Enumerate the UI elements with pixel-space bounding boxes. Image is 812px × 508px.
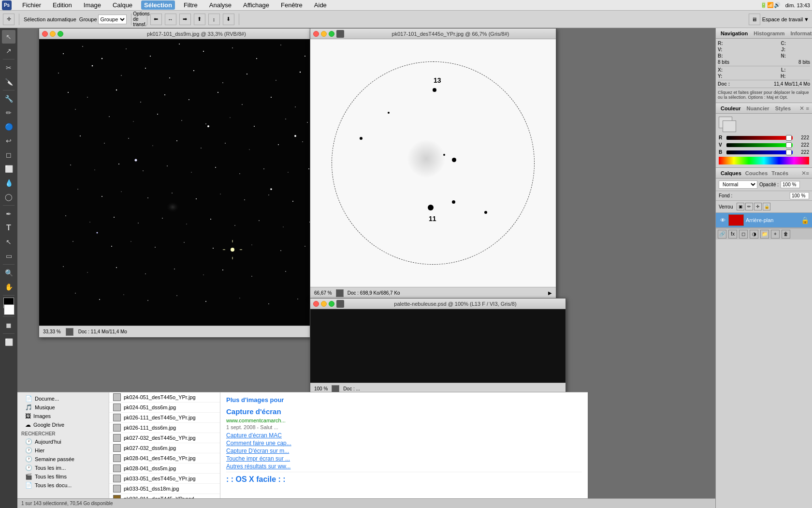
background-swatch[interactable]	[723, 120, 736, 132]
layers-panel-menu[interactable]: ≡	[806, 170, 809, 176]
slider-v-thumb[interactable]	[786, 142, 792, 148]
capture-title[interactable]: Capture d'écran	[226, 407, 582, 416]
max-btn-chart[interactable]	[329, 31, 334, 37]
align-top-btn[interactable]: ⬆	[194, 14, 205, 25]
dss-canvas[interactable]	[39, 39, 331, 326]
zoom-tool[interactable]: 🔍	[2, 266, 15, 280]
finder-item-today[interactable]: 🕐 Aujourd'hui	[17, 437, 109, 446]
finder-item-music[interactable]: 🎵 Musique	[17, 403, 109, 412]
align-bottom-btn[interactable]: ⬇	[223, 14, 234, 25]
workspace-select[interactable]: Espace de travail ▼	[762, 16, 809, 22]
dodge-tool[interactable]: ◯	[2, 190, 15, 204]
slider-b-track[interactable]	[726, 150, 793, 154]
layers-panel-close[interactable]: ✕	[801, 170, 806, 177]
type-tool[interactable]: T	[2, 221, 15, 235]
crop-tool[interactable]: ✂	[2, 61, 15, 75]
menu-fenetre[interactable]: Fenêtre	[278, 0, 305, 10]
styles-tab[interactable]: Styles	[773, 105, 793, 111]
capture-mac-link[interactable]: Capture d'écran MAC	[226, 432, 582, 439]
transform-options[interactable]: Options de transf.	[136, 14, 147, 25]
direct-selection-tool[interactable]: ↗	[2, 44, 15, 58]
pen-tool[interactable]: ✒	[2, 207, 15, 221]
align-left-btn[interactable]: ⬅	[150, 14, 162, 25]
more-images-link[interactable]: Plus d'images pour	[226, 396, 582, 403]
link-layers-btn[interactable]: 🔗	[718, 230, 726, 239]
chart-content[interactable]: 13 11	[310, 39, 556, 287]
shape-tool[interactable]: ▭	[2, 249, 15, 263]
layer-visibility-icon[interactable]: 👁	[719, 216, 726, 224]
menu-fichier[interactable]: Fichier	[19, 0, 44, 10]
file-item[interactable]: pk027-032_desT445o_YPr.jpg	[109, 433, 220, 443]
close-btn-dss[interactable]	[42, 31, 48, 37]
min-btn-chart[interactable]	[321, 31, 327, 37]
new-layer-btn[interactable]: +	[771, 230, 780, 239]
align-right-btn[interactable]: ➡	[179, 14, 191, 25]
close-btn-chart[interactable]	[313, 31, 319, 37]
screen-mode[interactable]: ⬜	[2, 335, 15, 349]
stamp-tool[interactable]: 🔵	[2, 120, 15, 134]
finder-item-all-docs[interactable]: 📄 Tous les docu...	[17, 481, 109, 490]
dss-zoom-icon[interactable]	[66, 328, 73, 336]
informations-tab[interactable]: Informations	[788, 30, 812, 36]
file-item[interactable]: pk028-041_desT445o_YPr.jpg	[109, 453, 220, 463]
selection-tool[interactable]: ↖	[2, 30, 15, 44]
slider-v-track[interactable]	[726, 143, 793, 147]
min-btn-palette[interactable]	[321, 301, 327, 307]
color-panel-menu[interactable]: ≡	[806, 105, 809, 111]
view-mode-btn[interactable]: 🖥	[749, 14, 760, 25]
file-item[interactable]: pk028-041_dss5m.jpg	[109, 463, 220, 474]
finder-item-all-images[interactable]: 🕐 Tous les im...	[17, 463, 109, 472]
align-middle-btn[interactable]: ↕	[208, 14, 220, 25]
finder-item-docs[interactable]: 📄 Docume...	[17, 394, 109, 403]
fill-input[interactable]	[790, 192, 809, 199]
max-btn-dss[interactable]	[58, 31, 63, 37]
menu-calque[interactable]: Calque	[110, 0, 135, 10]
nuancier-tab[interactable]: Nuancier	[745, 105, 771, 111]
file-item[interactable]: pk033-051_dss18m.jpg	[109, 484, 220, 494]
slider-r-thumb[interactable]	[786, 135, 792, 141]
menu-filtre[interactable]: Filtre	[181, 0, 201, 10]
healing-brush[interactable]: 🔧	[2, 92, 15, 105]
file-item[interactable]: pk026-111_dss6m.jpg	[109, 423, 220, 433]
os-title[interactable]: : : OS X facile : :	[226, 472, 582, 484]
file-item[interactable]: pk024-051_dss6m.jpg	[109, 403, 220, 413]
menu-analyse[interactable]: Analyse	[206, 0, 234, 10]
close-btn-palette[interactable]	[313, 301, 319, 307]
calques-tab[interactable]: Calques	[719, 170, 743, 176]
group-dropdown[interactable]: Groupe Calque	[98, 15, 127, 24]
background-color[interactable]	[4, 304, 14, 315]
blur-tool[interactable]: 💧	[2, 176, 15, 190]
menu-aide[interactable]: Aide	[311, 0, 330, 10]
slice-tool[interactable]: 🔪	[2, 75, 15, 89]
dss-titlebar[interactable]: pk017-101_dss9m.jpg @ 33,3% (RVB/8#)	[39, 29, 331, 39]
mask-btn[interactable]: ◻	[739, 230, 748, 239]
fx-btn[interactable]: fx	[728, 230, 737, 239]
align-center-btn[interactable]: ↔	[165, 14, 176, 25]
touche-impr-link[interactable]: Touche impr écran sur ...	[226, 455, 582, 462]
nav-tab[interactable]: Navigation	[719, 30, 750, 36]
lock-position-icon[interactable]: ✛	[754, 203, 762, 210]
file-item[interactable]: pk033-051_desT445o_YPr.jpg	[109, 474, 220, 484]
couleur-tab[interactable]: Couleur	[719, 105, 743, 111]
adjustment-btn[interactable]: ◑	[750, 230, 758, 239]
group-btn[interactable]: 📁	[760, 230, 769, 239]
menu-edition[interactable]: Edition	[50, 0, 75, 10]
chart-titlebar[interactable]: pk017-101_desT445o_YPr.jpg @ 66,7% (Gris…	[310, 29, 556, 39]
chart-nav-arrow[interactable]: ▶	[548, 290, 552, 296]
color-panel-close[interactable]: ✕	[799, 105, 804, 112]
lock-all-icon[interactable]: 🔒	[763, 203, 770, 210]
autres-link[interactable]: Autres résultats sur ww...	[226, 463, 582, 470]
palette-content[interactable]	[310, 309, 566, 383]
finder-item-images[interactable]: 🖼 Images	[17, 412, 109, 420]
chart-zoom-icon[interactable]	[336, 289, 344, 297]
gradient-tool[interactable]: ⬜	[2, 162, 15, 176]
mask-mode[interactable]: ◼	[2, 318, 15, 332]
slider-b-thumb[interactable]	[786, 149, 792, 155]
brush-tool[interactable]: ✏	[2, 106, 15, 120]
file-item[interactable]: pk027-032_dss6m.jpg	[109, 443, 220, 453]
delete-layer-btn[interactable]: 🗑	[782, 230, 790, 239]
max-btn-palette[interactable]	[329, 301, 334, 307]
history-brush[interactable]: ↩	[2, 134, 15, 148]
opacity-input[interactable]	[781, 181, 800, 188]
lock-transparent-icon[interactable]: ▣	[737, 203, 744, 210]
